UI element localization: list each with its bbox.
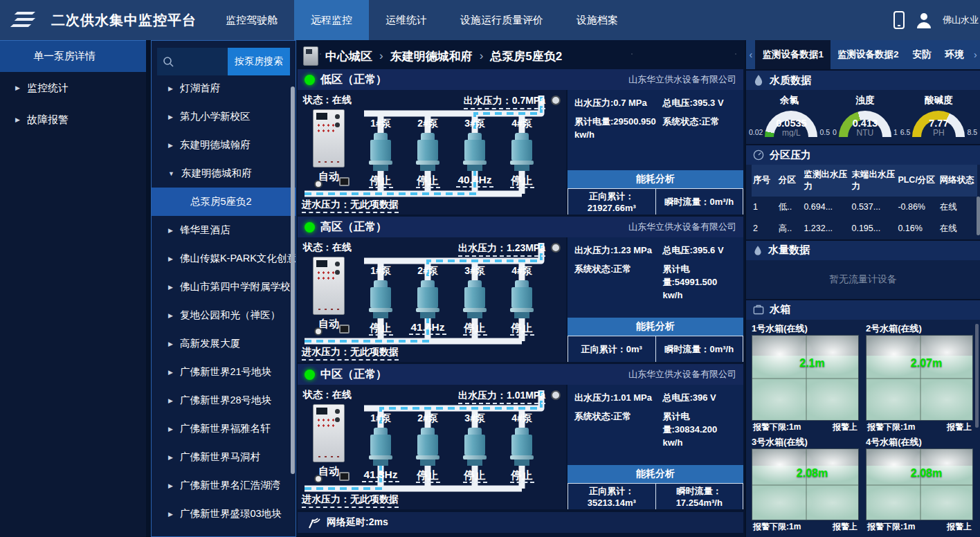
- energy-analysis-title: 能耗分析: [568, 170, 743, 188]
- station-item-label: 广佛新世界盛璟03地块: [180, 507, 282, 520]
- app-root: 二次供水集中监控平台 监控驾驶舱 远程监控 运维统计 设施运行质量评价 设施档案…: [0, 0, 980, 537]
- breadcrumb-district[interactable]: 中心城区: [325, 48, 372, 64]
- tank-alarm-low: 报警下限:1m: [753, 421, 801, 433]
- search-icon: [163, 56, 174, 67]
- pump-status: 停止: [496, 321, 548, 336]
- gauge-label: 浊度: [833, 94, 898, 107]
- info-item: 出水压力:0.7 MPa: [574, 97, 657, 110]
- forward-total: 正向累计：35213.14m³: [568, 483, 656, 509]
- gauge-turbidity: 浊度 0 0.413 NTU 1: [833, 94, 898, 137]
- gauge-value: 0.413: [839, 118, 891, 129]
- sidebar-item-fault-alarm[interactable]: ▶ 故障报警: [0, 104, 146, 136]
- nav-tab-quality-eval[interactable]: 设施运行质量评价: [444, 0, 560, 40]
- search-by-station-button[interactable]: 按泵房搜索: [228, 48, 290, 75]
- tank-alarm-low: 报警下限:1m: [867, 521, 915, 533]
- instant-flow: 瞬时流量：0m³/h: [656, 336, 744, 362]
- station-item[interactable]: ▶佛山市第四中学附属学校: [152, 273, 296, 301]
- breadcrumb-community[interactable]: 东建明德城和府: [390, 48, 473, 64]
- outlet-pressure-label: 出水压力：1.01MPa: [458, 390, 545, 404]
- table-scrollbar[interactable]: [977, 197, 980, 235]
- station-item-label: 佛山传媒K-PARK文化创意: [180, 252, 296, 265]
- pump-2: [416, 280, 439, 319]
- breadcrumb: 中心城区 › 东建明德城和府 › 总泵房5座负2: [298, 43, 743, 69]
- gauge-min: 6.5: [900, 128, 911, 137]
- pump-status: 停止: [401, 468, 454, 483]
- cell: -0.86%: [896, 197, 938, 218]
- gauge-arc: 0.0535 mg/L: [765, 109, 817, 137]
- search-input-wrap: [157, 48, 228, 75]
- chevron-right-icon: ▶: [168, 284, 173, 291]
- info-item: 系统状态:正常: [574, 263, 657, 302]
- search-input[interactable]: [174, 56, 222, 68]
- forward-total: 正向累计：21927.66m³: [568, 188, 656, 215]
- water-quality-gauges: 余氯 0.02 0.0535 mg/L 0.5 浊度 0: [746, 90, 980, 144]
- station-item[interactable]: ▼东建明德城和府: [152, 159, 296, 188]
- pump-1: [369, 280, 392, 319]
- nav-tab-ops-stats[interactable]: 运维统计: [369, 0, 444, 40]
- energy-analysis: 能耗分析 正向累计：21927.66m³ 瞬时流量：0m³/h: [568, 170, 743, 215]
- pump-status: 41.3Hz: [354, 468, 407, 481]
- station-item[interactable]: ▶广佛新世界名汇浩湖湾: [152, 471, 296, 500]
- station-item[interactable]: ▶第九小学新校区: [152, 102, 296, 131]
- station-item[interactable]: ▶广佛新世界马洞村: [152, 443, 296, 471]
- pump-diagram: 状态：在线 出水压力：1.01MPa 自动 1#泵 2#泵 3#泵: [298, 385, 566, 509]
- zone-header: 高区（正常） 山东华立供水设备有限公司: [298, 217, 743, 237]
- sidebar-item-monitor-stats[interactable]: ▶ 监控统计: [0, 72, 146, 104]
- station-list-scrollbar[interactable]: [291, 87, 295, 474]
- tank-image: 2.08m: [866, 448, 973, 520]
- tank-name: 1号水箱(在线): [752, 322, 859, 335]
- tab-security[interactable]: 安防: [906, 40, 938, 69]
- station-item-label: 广佛新世界庄园上城32号地: [180, 536, 296, 536]
- status-dot-green: [305, 222, 315, 233]
- station-item[interactable]: ▶东建明德城翰府: [152, 131, 296, 159]
- station-item[interactable]: 总泵房5座负2: [152, 188, 296, 216]
- zone-status: 状态：在线: [303, 389, 352, 401]
- instant-flow: 瞬时流量：17.254m³/h: [656, 483, 744, 509]
- station-item-label: 佛山市第四中学附属学校: [180, 280, 291, 293]
- table-row[interactable]: 1 低.. 0.694... 0.537... -0.86% 在线: [752, 197, 977, 218]
- tab-device-data-1[interactable]: 监测设备数据1: [755, 40, 831, 69]
- tank-level: 2.08m: [866, 467, 980, 480]
- user-icon[interactable]: [915, 11, 933, 29]
- station-item[interactable]: ▶广佛新世界28号地块: [152, 386, 296, 415]
- energy-analysis: 能耗分析 正向累计：0m³ 瞬时流量：0m³/h: [568, 318, 743, 362]
- brand-icon: [8, 10, 44, 30]
- tank-image: 2.07m: [866, 335, 973, 421]
- nav-tab-cockpit[interactable]: 监控驾驶舱: [209, 0, 294, 40]
- breadcrumb-station[interactable]: 总泵房5座负2: [490, 48, 562, 64]
- station-item[interactable]: ▶广佛新世界庄园上城32号地: [152, 528, 296, 536]
- tab-device-data-2[interactable]: 监测设备数据2: [831, 40, 906, 69]
- col-header: 分区: [777, 165, 803, 197]
- chevron-right-icon: ▶: [168, 340, 173, 347]
- tank-alarm-high: 报警上: [833, 421, 858, 433]
- nav-tab-remote-monitor[interactable]: 远程监控: [294, 0, 369, 40]
- sidebar-item-pump-detail[interactable]: 单一泵房详情: [0, 40, 146, 72]
- cell: 0.16%: [896, 218, 938, 239]
- station-item[interactable]: ▶复地公园和光（禅医）: [152, 301, 296, 329]
- station-item[interactable]: ▶广佛新世界福雅名轩: [152, 415, 296, 443]
- tab-environment[interactable]: 环境: [938, 40, 971, 69]
- phone-icon[interactable]: [893, 11, 905, 29]
- station-item[interactable]: ▶灯湖首府: [152, 74, 296, 102]
- chevron-right-icon: ▶: [168, 511, 173, 518]
- tabs-scroll-right-icon[interactable]: ›: [971, 40, 980, 69]
- station-item[interactable]: ▶广佛新世界盛璟03地块: [152, 500, 296, 528]
- tab-label: 安防: [913, 48, 932, 61]
- tabs-scroll-left-icon[interactable]: ‹: [746, 40, 755, 69]
- station-item[interactable]: ▶锋华里酒店: [152, 216, 296, 244]
- station-item[interactable]: ▶佛山传媒K-PARK文化创意: [152, 244, 296, 273]
- app-title: 二次供水集中监控平台: [51, 11, 197, 30]
- pump-label: 3#泵: [453, 265, 497, 277]
- station-item[interactable]: ▶高新发展大厦: [152, 329, 296, 358]
- gauge-arc: 7.77 PH: [912, 109, 965, 137]
- station-item[interactable]: ▶广佛新世界21号地块: [152, 358, 296, 386]
- nav-tab-archives[interactable]: 设施档案: [560, 0, 635, 40]
- zone-header: 低区（正常） 山东华立供水设备有限公司: [298, 69, 743, 90]
- table-row[interactable]: 2 高.. 1.232... 0.195... 0.16% 在线: [752, 218, 977, 239]
- right-panel-tabs: ‹ 监测设备数据1 监测设备数据2 安防 环境 ›: [746, 40, 980, 69]
- tanks-scrollbar[interactable]: [975, 324, 979, 428]
- cell: 2: [752, 218, 777, 239]
- user-name[interactable]: 佛山水业: [943, 14, 979, 26]
- station-item-label: 复地公园和光（禅医）: [180, 309, 280, 322]
- pump-label: 2#泵: [406, 118, 450, 130]
